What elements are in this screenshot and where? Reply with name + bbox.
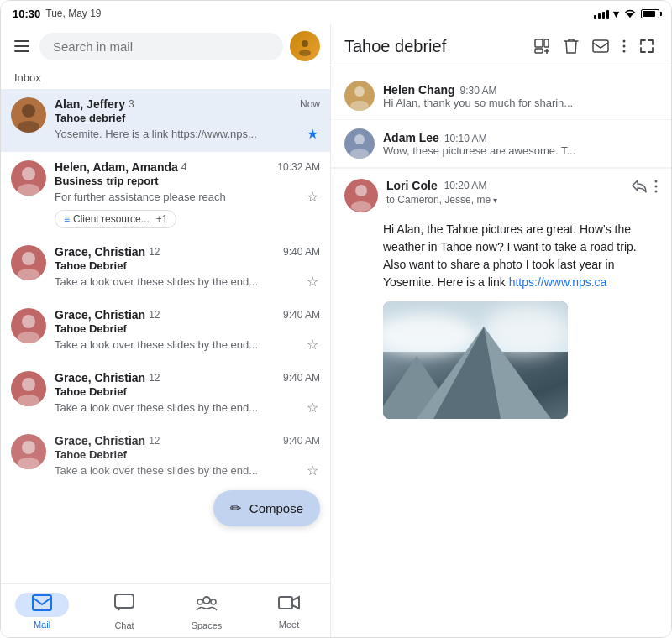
svg-point-12 (18, 395, 39, 406)
main-container: Inbox Alan, Jeffery 3 Now Tahoe debrie (1, 24, 671, 637)
email-time-2: 10:32 AM (277, 161, 320, 173)
svg-point-2 (299, 50, 311, 56)
wifi-icon: ▾ (613, 8, 619, 20)
email-content-4: Grace, Christian 12 9:40 AM Tahoe Debrie… (55, 308, 320, 354)
hamburger-button[interactable] (11, 37, 33, 55)
msg-expanded-info-3: Lori Cole 10:20 AM to Cameron, Jesse, me… (386, 179, 622, 206)
svg-point-30 (354, 86, 365, 97)
star-icon-3[interactable]: ☆ (305, 272, 320, 291)
email-preview-6: Take a look over these slides by the end… (55, 461, 320, 480)
svg-point-31 (350, 101, 369, 111)
svg-point-18 (197, 599, 202, 604)
svg-rect-23 (544, 39, 549, 47)
star-icon-1[interactable]: ★ (305, 124, 320, 144)
search-input[interactable] (53, 39, 270, 54)
svg-point-9 (22, 315, 35, 328)
mail-icon (32, 594, 52, 615)
email-subject-2: Business trip report (55, 175, 320, 187)
email-time-1: Now (300, 98, 320, 110)
email-list: Alan, Jeffery 3 Now Tahoe debrief Yosemi… (1, 89, 330, 583)
email-item-3[interactable]: Grace, Christian 12 9:40 AM Tahoe Debrie… (1, 237, 330, 300)
email-time-5: 9:40 AM (283, 372, 320, 384)
email-avatar-2 (11, 160, 46, 196)
thread-actions (530, 34, 658, 58)
msg-expand-recipients-btn[interactable]: ▾ (493, 196, 497, 205)
expand-button[interactable] (636, 35, 658, 57)
wifi-signal-icon (623, 8, 637, 20)
trash-button[interactable] (560, 34, 582, 58)
email-item-2[interactable]: Helen, Adam, Amanda 4 10:32 AM Business … (1, 152, 330, 237)
compose-label: Compose (249, 501, 303, 515)
svg-point-0 (629, 15, 631, 17)
email-sender-2: Helen, Adam, Amanda 4 (55, 160, 186, 174)
svg-point-17 (203, 597, 210, 604)
star-icon-2[interactable]: ☆ (305, 187, 320, 207)
message-more-button[interactable] (654, 179, 658, 198)
user-avatar[interactable] (290, 31, 320, 61)
nav-item-meet[interactable]: Meet (248, 588, 330, 635)
email-preview-4: Take a look over these slides by the end… (55, 335, 320, 354)
svg-point-13 (22, 441, 35, 454)
msg-image-3 (383, 301, 568, 419)
email-chip-2[interactable]: ≡ Client resource... +1 (55, 210, 176, 228)
email-item-1[interactable]: Alan, Jeffery 3 Now Tahoe debrief Yosemi… (1, 89, 330, 152)
compose-pencil-icon: ✏ (230, 500, 241, 516)
email-subject-1: Tahoe debrief (55, 112, 320, 124)
star-icon-5[interactable]: ☆ (305, 398, 320, 417)
nav-item-chat[interactable]: Chat (83, 587, 165, 635)
search-input-container[interactable] (39, 33, 283, 60)
email-item-5[interactable]: Grace, Christian 12 9:40 AM Tahoe Debrie… (1, 363, 330, 426)
nav-label-spaces: Spaces (192, 620, 223, 630)
message-item-3: Lori Cole 10:20 AM to Cameron, Jesse, me… (331, 168, 671, 429)
nav-item-mail[interactable]: Mail (1, 588, 83, 635)
msg-link-3[interactable]: https://www.nps.ca (509, 275, 607, 289)
compose-button[interactable]: ✏ Compose (213, 490, 320, 526)
email-content-6: Grace, Christian 12 9:40 AM Tahoe Debrie… (55, 434, 320, 480)
email-avatar-1 (11, 97, 46, 133)
mark-email-button[interactable] (589, 36, 612, 56)
msg-preview-1: Hi Alan, thank you so much for sharin... (383, 97, 658, 109)
svg-point-3 (22, 104, 35, 118)
inbox-label: Inbox (1, 68, 330, 89)
email-avatar-3 (11, 245, 46, 280)
msg-expanded-header-3: Lori Cole 10:20 AM to Cameron, Jesse, me… (344, 179, 658, 212)
email-item-6[interactable]: Grace, Christian 12 9:40 AM Tahoe Debrie… (1, 426, 330, 489)
date-display: Tue, May 19 (45, 8, 101, 19)
svg-point-14 (18, 458, 39, 469)
msg-avatar-3 (344, 179, 378, 212)
email-content-2: Helen, Adam, Amanda 4 10:32 AM Business … (55, 160, 320, 228)
message-item-1[interactable]: Helen Chang 9:30 AM Hi Alan, thank you s… (331, 72, 671, 120)
svg-point-8 (18, 269, 39, 280)
svg-rect-16 (115, 594, 134, 608)
message-item-2[interactable]: Adam Lee 10:10 AM Wow, these picturese a… (331, 120, 671, 168)
msg-expanded-time-3: 10:20 AM (444, 180, 487, 191)
svg-rect-26 (593, 40, 608, 52)
nav-label-chat: Chat (114, 620, 134, 630)
msg-sender-1: Helen Chang (383, 83, 455, 97)
svg-point-34 (355, 185, 367, 196)
more-options-button[interactable] (619, 35, 629, 57)
nav-label-meet: Meet (279, 620, 299, 630)
email-preview-3: Take a look over these slides by the end… (55, 272, 320, 291)
add-person-button[interactable] (530, 34, 554, 58)
msg-to-row-3: to Cameron, Jesse, me ▾ (386, 194, 622, 206)
chat-icon (114, 594, 134, 616)
svg-point-33 (350, 149, 369, 159)
reply-button[interactable] (631, 179, 648, 198)
email-time-3: 9:40 AM (283, 246, 320, 258)
email-sender-1: Alan, Jeffery 3 (55, 97, 134, 111)
email-content-5: Grace, Christian 12 9:40 AM Tahoe Debrie… (55, 371, 320, 417)
search-bar (1, 24, 330, 68)
battery-icon (641, 9, 659, 18)
email-sender-4: Grace, Christian 12 (55, 308, 160, 322)
msg-body-3: Hi Alan, the Tahoe pictures are great. H… (344, 221, 658, 291)
thread-body: Helen Chang 9:30 AM Hi Alan, thank you s… (331, 65, 671, 637)
svg-point-28 (623, 45, 626, 48)
star-icon-4[interactable]: ☆ (305, 335, 320, 354)
star-icon-6[interactable]: ☆ (305, 461, 320, 480)
email-subject-5: Tahoe Debrief (55, 385, 320, 398)
email-item-4[interactable]: Grace, Christian 12 9:40 AM Tahoe Debrie… (1, 300, 330, 363)
svg-point-11 (22, 378, 35, 391)
nav-item-spaces[interactable]: Spaces (165, 587, 248, 635)
email-preview-5: Take a look over these slides by the end… (55, 398, 320, 417)
